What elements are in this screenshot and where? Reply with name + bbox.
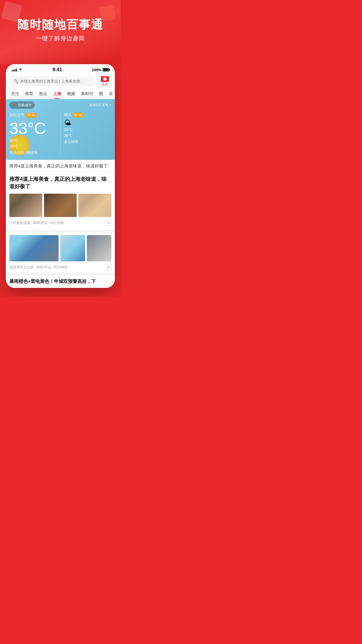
tomorrow-quality-text: 良 (79, 113, 82, 117)
article-behind[interactable]: 推荐4道上海美食，真正的上海老味道，味道好极了 (6, 160, 115, 172)
wifi-icon (18, 68, 23, 71)
city-switch-label: 切换城市 (18, 103, 32, 108)
signal-bar-2 (13, 70, 14, 71)
article-meta: 小代美食指南 8846评论 30分钟前 ✕ (9, 220, 111, 226)
tomorrow-label: 明天 (64, 112, 72, 118)
location-icon: 📍 (12, 103, 17, 107)
status-left (12, 68, 23, 71)
second-article[interactable]: 旅游景区怎么搞 2682评论 30分钟前 ✕ (6, 232, 115, 275)
hero-section: 随时随地百事通 一键了解身边趣闻 (0, 0, 121, 64)
second-article-image-1 (9, 235, 59, 261)
tab-xinshidai[interactable]: 新时代 (78, 89, 96, 99)
tab-tu[interactable]: 图 (96, 89, 106, 99)
today-temp-high: 36°C (9, 138, 18, 143)
tomorrow-weather-icon: 🌤 (64, 119, 112, 127)
article-time: 30分钟前 (50, 220, 64, 225)
tab-shipin[interactable]: 视频 (64, 89, 78, 99)
tomorrow-quality-score: 67 (75, 113, 78, 117)
second-article-close-button[interactable]: ✕ (106, 264, 111, 270)
nav-tabs: 关注 推荐 热点 上海 视频 新时代 图 ☰ (6, 89, 115, 99)
today-quality-text: 良 (32, 113, 35, 117)
article-close-button[interactable]: ✕ (106, 220, 111, 226)
article-image-oyster (9, 194, 42, 217)
main-article[interactable]: 推荐4道上海美食，真正的上海老味道，味道好极了 小代美食指南 8846评论 30… (6, 172, 115, 232)
camera-icon (101, 76, 109, 82)
second-article-time: 30分钟前 (53, 265, 68, 270)
weather-body: 实时天气 74 良 33°C 36°C 26°C 晴·东北风·2级清风 (6, 110, 115, 160)
signal-bars-icon (12, 68, 17, 71)
tomorrow-quality-badge: 67 良 (73, 113, 84, 118)
battery-icon (103, 68, 109, 71)
signal-bar-1 (12, 70, 13, 71)
second-article-images (9, 235, 111, 261)
today-quality-score: 74 (27, 113, 31, 117)
svg-point-0 (20, 71, 21, 71)
status-right: 100% (92, 68, 109, 72)
today-quality-badge: 74 良 (26, 113, 37, 118)
city-switch-button[interactable]: 📍 切换城市 (9, 102, 35, 109)
weather-header: 📍 切换城市 未来5天天气 > (6, 99, 115, 110)
tab-tuijian[interactable]: 推荐 (22, 89, 36, 99)
tomorrow-header: 明天 67 良 (64, 112, 112, 118)
second-article-image-2 (60, 235, 85, 261)
article-image-braised (44, 194, 77, 217)
bottom-red-section (0, 288, 121, 297)
second-article-comments: 2682评论 (36, 265, 51, 270)
search-icon: 🔍 (13, 79, 18, 84)
today-temp-low: 26°C (9, 144, 18, 148)
deco-square-tr (99, 5, 116, 22)
future-weather-link[interactable]: 未来5天天气 > (89, 103, 111, 108)
search-placeholder: 本地人推荐的上海景点 | 上海美食推... (20, 79, 92, 84)
article-images (9, 194, 111, 217)
article-behind-title: 推荐4道上海美食，真正的上海老味道，味道好极了 (9, 163, 111, 169)
future-weather-text: 未来5天天气 > (89, 103, 111, 108)
search-section: 🔍 本地人推荐的上海景点 | 上海美食推... 发布 (6, 74, 115, 89)
signal-bar-3 (15, 69, 15, 71)
status-time: 9:41 (52, 67, 62, 72)
camera-label: 发布 (102, 83, 108, 87)
battery-percent: 100% (92, 68, 101, 72)
battery-fill (103, 69, 108, 71)
tomorrow-desc: 多云转晴 (64, 139, 112, 144)
second-article-image-3 (87, 235, 112, 261)
today-temp-range: 36°C 26°C (9, 138, 57, 149)
hero-title: 随时随地百事通 (6, 18, 115, 32)
third-article-title: 暴雨橙色+雷电黄色！申城双预警高挂，下 (9, 278, 111, 285)
today-weather-label: 实时天气 (9, 113, 24, 118)
today-temp-main: 33°C (9, 120, 57, 136)
tomorrow-temp-high: 33°C (64, 127, 73, 132)
tab-guanzhu[interactable]: 关注 (8, 89, 22, 99)
weather-widget: 📍 切换城市 未来5天天气 > 实时天气 74 良 (6, 99, 115, 160)
tab-redian[interactable]: 热点 (36, 89, 50, 99)
today-weather-desc: 晴·东北风·2级清风 (9, 150, 57, 155)
camera-lens (103, 77, 107, 81)
second-article-meta: 旅游景区怎么搞 2682评论 30分钟前 ✕ (9, 264, 111, 270)
phone-container: 9:41 100% 🔍 本地人推荐的上海景点 | 上海美食推... 发布 (0, 64, 121, 288)
tab-menu[interactable]: ☰ (106, 89, 115, 99)
camera-button[interactable]: 发布 (99, 76, 111, 87)
third-article[interactable]: 暴雨橙色+雷电黄色！申城双预警高挂，下 (6, 275, 115, 288)
tomorrow-temps: 33°C 26°C (64, 127, 112, 138)
article-source: 小代美食指南 (9, 220, 30, 225)
article-comments: 8846评论 (33, 220, 48, 225)
search-bar[interactable]: 🔍 本地人推荐的上海景点 | 上海美食推... (9, 76, 96, 86)
main-article-title: 推荐4道上海美食，真正的上海老味道，味道好极了 (9, 176, 111, 190)
weather-divider (60, 112, 61, 155)
signal-bar-4 (16, 69, 17, 71)
weather-today: 实时天气 74 良 33°C 36°C 26°C 晴·东北风·2级清风 (9, 112, 57, 155)
phone-mockup: 9:41 100% 🔍 本地人推荐的上海景点 | 上海美食推... 发布 (6, 64, 115, 288)
weather-quality-badge: 实时天气 74 良 (9, 113, 37, 118)
second-article-source: 旅游景区怎么搞 (9, 265, 34, 270)
weather-tomorrow: 明天 67 良 🌤 33°C 26°C 多云转晴 (64, 112, 112, 155)
tomorrow-temp-low: 26°C (64, 133, 73, 138)
tab-shanghai[interactable]: 上海 (50, 89, 64, 99)
article-image-dumpling (78, 194, 111, 217)
hero-subtitle: 一键了解身边趣闻 (6, 34, 115, 42)
status-bar: 9:41 100% (6, 64, 115, 74)
